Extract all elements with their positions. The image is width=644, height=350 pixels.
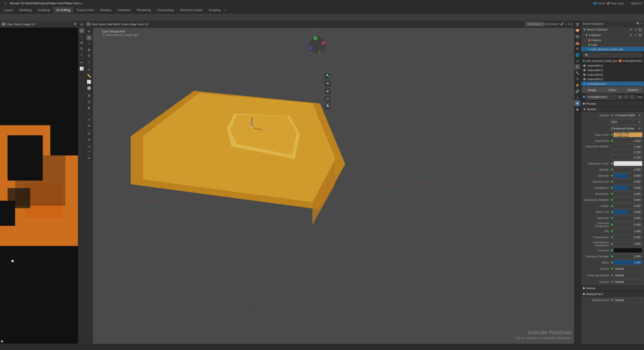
- viewport-overlay-btn[interactable]: ⊙: [568, 22, 570, 26]
- vp-move-tool[interactable]: ⊕: [86, 47, 92, 52]
- sheen-tint-value[interactable]: 0.500: [613, 209, 642, 214]
- prop-physics-icon[interactable]: ⚡: [575, 82, 580, 88]
- tab-uv-editing[interactable]: UV Editing: [53, 7, 73, 13]
- vp-shear-tool[interactable]: ◿: [86, 143, 92, 149]
- tab-texture-paint[interactable]: Texture Paint: [73, 7, 97, 13]
- roughness-value[interactable]: 0.500: [613, 185, 642, 190]
- menu-blender[interactable]: 🔸: [2, 1, 9, 6]
- volume-section-header[interactable]: ▶ Volume: [581, 285, 644, 291]
- vp-inset-tool[interactable]: ⊡: [86, 99, 92, 104]
- viewport-mode-dropdown[interactable]: Edit Mode ▾: [525, 22, 545, 26]
- vp-loop-cut-tool[interactable]: ⟋: [86, 111, 92, 117]
- tree-item-mesh[interactable]: odm_textured_model_geo: [581, 47, 644, 51]
- uv-options[interactable]: ⚙: [74, 22, 76, 26]
- emission-strength-value[interactable]: 1.000: [613, 254, 642, 259]
- uv-view-btn[interactable]: View: [7, 23, 13, 26]
- viewport-face-btn[interactable]: Face: [138, 23, 144, 26]
- filter-icon[interactable]: 🔍: [636, 22, 640, 25]
- prop-output-icon[interactable]: 📤: [575, 40, 580, 45]
- subsurface-radius-val-2[interactable]: 0.200: [611, 150, 642, 155]
- vp-rotate-tool[interactable]: ↻: [86, 53, 92, 59]
- vp-measure-tool[interactable]: 📏: [86, 73, 92, 78]
- vp-extrude-tool[interactable]: ⬆: [86, 93, 92, 98]
- viewport-view-btn[interactable]: View: [92, 23, 98, 26]
- prop-scene2-icon[interactable]: 🌐: [575, 52, 580, 58]
- viewport-uv-btn[interactable]: UV: [145, 23, 148, 26]
- prop-world-icon[interactable]: ⊙: [575, 58, 580, 64]
- mat-item-0013[interactable]: material0013: [581, 72, 644, 77]
- mat-item-fucking[interactable]: fuckingblender1: [581, 82, 644, 86]
- vp-shrink-tool[interactable]: ⟳: [86, 131, 92, 137]
- ggx-dropdown[interactable]: GGX: [609, 119, 642, 125]
- anisotropic-value[interactable]: 0.000: [613, 191, 642, 196]
- transmission-value[interactable]: 0.000: [613, 235, 642, 240]
- tab-geometry-nodes[interactable]: Geometry Nodes: [177, 7, 206, 13]
- subsurface-radius-val-1[interactable]: 1.000: [611, 144, 642, 149]
- viewport-select-btn[interactable]: Select: [99, 23, 106, 26]
- tab-animation[interactable]: Animation: [114, 7, 134, 13]
- surface-section-header[interactable]: ▼ Surface: [581, 106, 644, 112]
- eye-icon[interactable]: 👁: [629, 28, 633, 32]
- move-tool[interactable]: ⊕: [79, 40, 85, 45]
- annotate-tool[interactable]: ✏: [79, 60, 85, 65]
- viewport-xray-btn[interactable]: ⊘: [571, 22, 573, 26]
- mat-delete-btn[interactable]: ✕: [629, 95, 635, 99]
- tree-item-camera[interactable]: Camera: [581, 38, 644, 42]
- prop-data-icon[interactable]: △: [575, 94, 580, 100]
- mat-new-btn[interactable]: +: [624, 95, 628, 99]
- viewport-mode-indicator[interactable]: ✛: [86, 22, 91, 26]
- vp-select-tool[interactable]: ◻: [86, 35, 92, 40]
- vp-polypen-tool[interactable]: ✒: [86, 123, 92, 129]
- stats-tool[interactable]: 📊: [79, 66, 85, 71]
- prop-constraints-icon[interactable]: 🔗: [575, 88, 580, 94]
- prop-render-icon[interactable]: 📷: [575, 34, 580, 39]
- assign-button[interactable]: Assign: [583, 87, 602, 92]
- properties-search-box[interactable]: 🔍: [583, 53, 642, 57]
- uv-mode-indicator[interactable]: 🖼: [2, 22, 6, 26]
- vp-cursor-tool[interactable]: ✛: [86, 29, 92, 34]
- tree-item-light[interactable]: Light: [581, 42, 644, 47]
- render-icon[interactable]: 📷: [638, 28, 642, 32]
- tree-item-scene-collection[interactable]: ▼ Scene Collection 👁 ⊙ 📷: [581, 27, 644, 32]
- mat-item-0012[interactable]: material0012: [581, 68, 644, 72]
- vp-add-sphere-tool[interactable]: ⬤: [86, 85, 92, 91]
- cb-dropdown[interactable]: Christensen Burley: [609, 126, 642, 131]
- prop-material-icon[interactable]: ●: [575, 100, 580, 106]
- tab-sculpting[interactable]: Sculpting: [35, 7, 53, 13]
- prop-particles-icon[interactable]: ✦: [575, 76, 580, 82]
- viewport-edge-btn[interactable]: Edge: [130, 23, 137, 26]
- sheen-value[interactable]: 0.000: [613, 203, 642, 208]
- transform-tool[interactable]: ↔: [79, 34, 85, 39]
- base-color-value[interactable]: Phillips-Park-Image1.png: [613, 132, 642, 137]
- prop-modifier-icon[interactable]: 🔧: [575, 70, 580, 76]
- tree-item-collection[interactable]: ▼ Collection 👁 ⊙ 📷: [581, 32, 644, 38]
- mat-browse-btn[interactable]: ⊡: [617, 95, 623, 99]
- vp-knife-tool[interactable]: ✂: [86, 117, 92, 123]
- prop-scene-icon[interactable]: 🎬: [575, 22, 580, 27]
- viewport-add-btn[interactable]: Add: [107, 23, 112, 26]
- viewport-global-btn[interactable]: ⊞ Global ▾: [546, 22, 559, 26]
- new-collection-icon[interactable]: +: [641, 22, 642, 25]
- select-tool[interactable]: ◻: [79, 28, 85, 33]
- uv-select-btn[interactable]: Select: [14, 23, 22, 26]
- tab-compositing[interactable]: Compositing: [154, 7, 177, 13]
- viewport2-icon[interactable]: ⊙: [633, 33, 637, 37]
- ior-value[interactable]: 1.450: [613, 229, 642, 234]
- uv-uv-btn[interactable]: UV: [32, 23, 35, 26]
- emission-color-swatch[interactable]: [613, 248, 642, 253]
- viewport-proportional-btn[interactable]: ○: [565, 23, 567, 26]
- prop-shaderfx-icon[interactable]: ◆: [575, 106, 580, 112]
- displacement-dropdown[interactable]: Default: [613, 297, 642, 303]
- vp-scale-tool[interactable]: ⤢: [86, 59, 92, 65]
- specular-value[interactable]: 0.500: [613, 173, 642, 178]
- select-button[interactable]: Select: [603, 87, 622, 92]
- metallic-value[interactable]: 0.000: [613, 167, 642, 172]
- vp-transform-tool[interactable]: ↔: [86, 41, 92, 46]
- tab-modeling[interactable]: Modeling: [16, 7, 35, 13]
- vp-push-pull-tool[interactable]: ⟲: [86, 137, 92, 143]
- subsurface-value[interactable]: 0.000: [613, 138, 642, 143]
- tab-rendering[interactable]: Rendering: [134, 7, 154, 13]
- render2-icon[interactable]: 📷: [638, 33, 642, 37]
- vp-edge-slide-tool[interactable]: ⇌: [86, 155, 92, 161]
- alpha-value[interactable]: 1.000: [613, 260, 642, 265]
